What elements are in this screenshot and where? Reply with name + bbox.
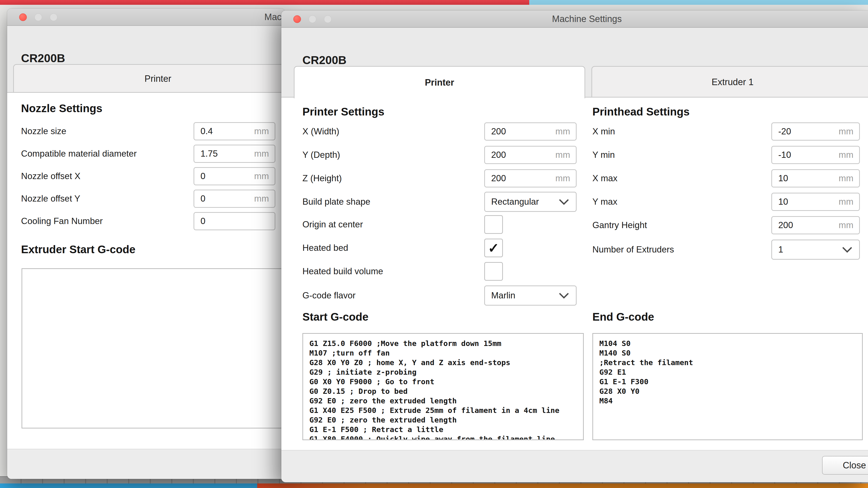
y-max-label: Y max <box>592 197 617 207</box>
number-of-extruders-label: Number of Extruders <box>592 245 674 255</box>
unit-mm: mm <box>555 173 570 184</box>
material-diameter-field[interactable]: mm <box>193 145 275 163</box>
origin-at-center-checkbox[interactable] <box>484 215 503 234</box>
nozzle-size-label: Nozzle size <box>21 126 66 136</box>
close-button[interactable]: Close <box>822 456 868 475</box>
gantry-height-input[interactable] <box>772 220 827 230</box>
checkmark-icon: ✓ <box>488 240 499 256</box>
unit-mm: mm <box>555 150 570 160</box>
chevron-down-icon <box>559 292 569 299</box>
gcode-flavor-label: G-code flavor <box>302 291 355 300</box>
unit-mm: mm <box>254 149 269 159</box>
chevron-down-icon <box>842 247 852 253</box>
unit-mm: mm <box>555 127 570 136</box>
gcode-flavor-select[interactable]: Marlin <box>484 286 577 305</box>
extruder-start-gcode-heading: Extruder Start G-code <box>21 243 135 256</box>
zoom-window-button[interactable] <box>324 15 332 23</box>
tab-printer[interactable]: Printer <box>294 66 585 98</box>
y-min-label: Y min <box>592 150 615 160</box>
unit-mm: mm <box>254 126 269 136</box>
unit-mm: mm <box>839 150 854 160</box>
titlebar[interactable]: Machine Settings <box>281 10 868 28</box>
y-min-field[interactable]: mm <box>771 146 860 164</box>
tab-printer[interactable]: Printer <box>13 64 285 93</box>
tab-extruder-1-label: Extruder 1 <box>712 77 753 87</box>
chevron-down-icon <box>559 199 569 205</box>
nozzle-offset-x-label: Nozzle offset X <box>21 171 81 181</box>
gcode-flavor-value: Marlin <box>485 291 515 300</box>
unit-mm: mm <box>254 194 269 204</box>
machine-name: CR200B <box>21 52 65 65</box>
desktop-top-red-strip <box>0 0 529 5</box>
heated-build-volume-label: Heated build volume <box>302 266 383 276</box>
cooling-fan-number-input[interactable] <box>194 216 245 226</box>
nozzle-offset-y-field[interactable]: mm <box>193 190 275 208</box>
nozzle-offset-x-field[interactable]: mm <box>193 167 275 185</box>
close-window-button[interactable] <box>293 15 301 23</box>
y-depth-field[interactable]: mm <box>484 146 577 164</box>
machine-settings-window-background: Machine Settings CR200B Printer Nozzle S… <box>7 9 285 479</box>
heated-bed-checkbox[interactable]: ✓ <box>484 239 503 257</box>
build-plate-shape-label: Build plate shape <box>302 197 370 207</box>
x-min-label: X min <box>592 127 615 136</box>
tab-printer-label: Printer <box>145 74 171 84</box>
cooling-fan-number-label: Cooling Fan Number <box>21 216 103 226</box>
x-max-label: X max <box>592 173 618 184</box>
material-diameter-label: Compatible material diameter <box>21 149 136 159</box>
number-of-extruders-select[interactable]: 1 <box>771 239 860 260</box>
y-depth-input[interactable] <box>485 150 542 160</box>
printhead-settings-heading: Printhead Settings <box>592 105 689 118</box>
nozzle-offset-y-label: Nozzle offset Y <box>21 194 81 204</box>
window-title: Machine Settings <box>552 10 622 27</box>
gantry-height-label: Gantry Height <box>592 220 647 230</box>
nozzle-settings-heading: Nozzle Settings <box>21 102 102 115</box>
nozzle-size-input[interactable] <box>194 126 245 136</box>
build-plate-shape-select[interactable]: Rectangular <box>484 192 577 212</box>
x-width-input[interactable] <box>485 127 542 136</box>
start-gcode-textarea[interactable]: G1 Z15.0 F6000 ;Move the platform down 1… <box>302 333 584 440</box>
heated-build-volume-checkbox[interactable] <box>484 262 503 281</box>
unit-mm: mm <box>254 171 269 181</box>
machine-settings-window: Machine Settings CR200B Printer Extruder… <box>281 10 868 482</box>
titlebar[interactable]: Machine Settings <box>7 9 285 26</box>
extruder-start-gcode-textarea[interactable] <box>22 268 283 428</box>
z-height-label: Z (Height) <box>302 173 342 184</box>
unit-mm: mm <box>839 173 854 184</box>
gantry-height-field[interactable]: mm <box>771 216 860 234</box>
end-gcode-heading: End G-code <box>592 311 654 323</box>
minimize-window-button[interactable] <box>309 15 316 23</box>
zoom-window-button[interactable] <box>50 13 57 21</box>
desktop-top-blue-strip <box>529 0 868 5</box>
material-diameter-input[interactable] <box>194 149 245 159</box>
heated-bed-label: Heated bed <box>302 243 348 253</box>
close-window-button[interactable] <box>19 13 27 21</box>
x-min-field[interactable]: mm <box>771 122 860 140</box>
x-min-input[interactable] <box>772 127 827 136</box>
desktop-bottom-orange-strip <box>257 484 868 488</box>
minimize-window-button[interactable] <box>34 13 42 21</box>
z-height-input[interactable] <box>485 173 542 184</box>
start-gcode-heading: Start G-code <box>302 311 368 323</box>
tab-extruder-1[interactable]: Extruder 1 <box>591 66 868 98</box>
x-max-field[interactable]: mm <box>771 169 860 188</box>
nozzle-size-field[interactable]: mm <box>193 122 275 140</box>
unit-mm: mm <box>839 197 854 207</box>
y-max-input[interactable] <box>772 197 827 207</box>
y-depth-label: Y (Depth) <box>302 150 340 160</box>
x-width-field[interactable]: mm <box>484 122 577 140</box>
x-max-input[interactable] <box>772 173 827 184</box>
z-height-field[interactable]: mm <box>484 169 577 188</box>
origin-at-center-label: Origin at center <box>302 220 363 230</box>
nozzle-offset-y-input[interactable] <box>194 194 245 204</box>
end-gcode-textarea[interactable]: M104 S0 M140 S0 ;Retract the filament G9… <box>592 333 863 440</box>
unit-mm: mm <box>839 127 854 136</box>
machine-name: CR200B <box>302 54 346 67</box>
y-min-input[interactable] <box>772 150 827 160</box>
tab-printer-label: Printer <box>425 77 454 88</box>
cooling-fan-number-field[interactable] <box>193 212 275 230</box>
build-plate-shape-value: Rectangular <box>485 197 539 207</box>
unit-mm: mm <box>839 220 854 230</box>
nozzle-offset-x-input[interactable] <box>194 171 245 181</box>
printer-settings-heading: Printer Settings <box>302 105 384 118</box>
y-max-field[interactable]: mm <box>771 193 860 211</box>
